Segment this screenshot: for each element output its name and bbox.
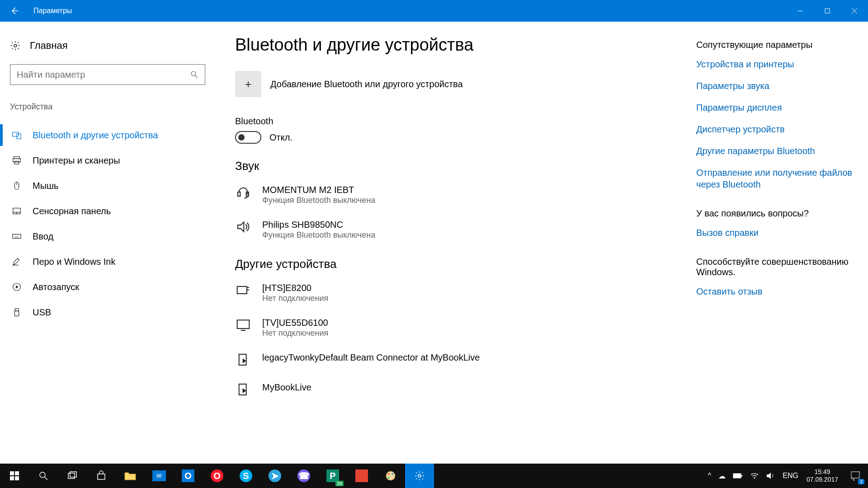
todoist-icon[interactable] xyxy=(347,464,376,488)
svg-point-46 xyxy=(386,471,395,480)
nav-printers[interactable]: Принтеры и сканеры xyxy=(10,148,217,173)
svg-marker-37 xyxy=(243,388,246,393)
bluetooth-icon xyxy=(12,130,23,140)
device-status: Функция Bluetooth выключена xyxy=(262,196,375,205)
svg-point-48 xyxy=(392,473,393,475)
svg-rect-28 xyxy=(238,192,240,196)
minimize-button[interactable] xyxy=(787,0,814,22)
link-feedback[interactable]: Оставить отзыв xyxy=(696,286,854,297)
svg-point-49 xyxy=(388,477,390,479)
svg-rect-40 xyxy=(10,476,14,480)
sidebar: Главная Устройства Bluetooth и другие ус… xyxy=(0,22,217,464)
nav-usb[interactable]: USB xyxy=(10,300,217,325)
link-sound-settings[interactable]: Параметры звука xyxy=(696,80,854,92)
explorer-icon[interactable] xyxy=(116,464,145,488)
device-status: Нет подключения xyxy=(262,294,328,303)
nav-label: USB xyxy=(33,307,51,318)
device-row[interactable]: Philips SHB9850NC Функция Bluetooth выкл… xyxy=(235,214,678,249)
search-icon xyxy=(190,70,198,79)
page-title: Bluetooth и другие устройства xyxy=(235,35,678,55)
language-indicator[interactable]: ENG xyxy=(779,472,802,480)
battery-icon[interactable] xyxy=(729,473,746,479)
device-row[interactable]: [TV]UE55D6100 Нет подключения xyxy=(235,312,678,347)
start-button[interactable] xyxy=(0,464,29,488)
device-name: legacyTwonkyDefault Beam Connector at My… xyxy=(262,352,480,363)
taskbar: ✉ O O S ➤ ☎ P39 ^ ☁ ENG 15:49 07.09.2017… xyxy=(0,464,868,488)
device-status: Функция Bluetooth выключена xyxy=(262,230,375,240)
bluetooth-label: Bluetooth xyxy=(235,116,678,127)
svg-rect-45 xyxy=(70,472,76,477)
clock[interactable]: 15:49 07.09.2017 xyxy=(802,468,843,483)
home-button[interactable]: Главная xyxy=(10,40,217,52)
device-row[interactable]: MyBookLive xyxy=(235,377,678,407)
maximize-button[interactable] xyxy=(814,0,841,22)
feedback-title: Способствуйте совершенствованию Windows. xyxy=(696,257,854,277)
device-name: Philips SHB9850NC xyxy=(262,219,375,230)
search-input[interactable] xyxy=(10,64,205,85)
device-row[interactable]: MOMENTUM M2 IEBT Функция Bluetooth выклю… xyxy=(235,179,678,214)
svg-rect-26 xyxy=(15,309,18,311)
telegram-icon[interactable]: ➤ xyxy=(260,464,289,488)
wifi-icon[interactable] xyxy=(746,472,763,479)
skype-icon[interactable]: S xyxy=(231,464,260,488)
svg-rect-44 xyxy=(68,473,75,479)
device-row[interactable]: legacyTwonkyDefault Beam Connector at My… xyxy=(235,347,678,377)
usb-icon xyxy=(12,307,23,317)
svg-rect-18 xyxy=(13,234,21,238)
window-title: Параметры xyxy=(33,7,72,15)
printer-icon xyxy=(12,155,23,165)
nav-label: Сенсорная панель xyxy=(33,206,111,216)
viber-icon[interactable]: ☎ xyxy=(289,464,318,488)
opera-icon[interactable]: O xyxy=(203,464,231,488)
nav-touchpad[interactable]: Сенсорная панель xyxy=(10,198,217,224)
link-devices-printers[interactable]: Устройства и принтеры xyxy=(696,58,854,70)
close-button[interactable] xyxy=(841,0,868,22)
related-title: Сопутствующие параметры xyxy=(696,40,854,50)
store-icon[interactable] xyxy=(87,464,116,488)
svg-point-50 xyxy=(418,474,421,477)
svg-point-42 xyxy=(40,472,45,478)
link-send-receive-bt[interactable]: Отправление или получение файлов через B… xyxy=(696,167,854,190)
taskview-button[interactable] xyxy=(58,464,87,488)
svg-rect-38 xyxy=(10,471,14,475)
volume-icon[interactable] xyxy=(763,472,779,480)
home-label: Главная xyxy=(30,40,68,52)
link-display-settings[interactable]: Параметры дисплея xyxy=(696,102,854,113)
link-get-help[interactable]: Вызов справки xyxy=(696,227,854,239)
speaker-icon xyxy=(235,219,251,235)
touchpad-icon xyxy=(12,206,23,216)
svg-rect-27 xyxy=(14,311,19,316)
paint-icon[interactable] xyxy=(376,464,405,488)
search-field[interactable] xyxy=(17,70,190,80)
nav-bluetooth[interactable]: Bluetooth и другие устройства xyxy=(10,122,217,148)
link-device-manager[interactable]: Диспетчер устройств xyxy=(696,123,854,135)
nav-mouse[interactable]: Мышь xyxy=(10,173,217,198)
svg-point-53 xyxy=(754,478,755,479)
nav-pen[interactable]: Перо и Windows Ink xyxy=(10,249,217,274)
settings-icon[interactable] xyxy=(405,464,434,488)
nav-autoplay[interactable]: Автозапуск xyxy=(10,274,217,300)
gear-icon xyxy=(10,40,21,51)
svg-rect-41 xyxy=(15,476,19,480)
bluetooth-toggle[interactable] xyxy=(235,131,261,144)
nav-typing[interactable]: Ввод xyxy=(10,224,217,249)
mail-icon[interactable]: ✉ xyxy=(145,464,174,488)
link-more-bluetooth[interactable]: Другие параметры Bluetooth xyxy=(696,145,854,157)
onedrive-icon[interactable]: ☁ xyxy=(715,472,729,480)
outlook-icon[interactable]: O xyxy=(174,464,203,488)
svg-rect-51 xyxy=(733,474,741,478)
tray-chevron-icon[interactable]: ^ xyxy=(704,472,715,480)
nav-label: Ввод xyxy=(33,231,53,242)
search-button[interactable] xyxy=(29,464,58,488)
device-name: MyBookLive xyxy=(262,381,311,393)
autoplay-icon xyxy=(12,282,23,292)
device-row[interactable]: [HTS]E8200 Нет подключения xyxy=(235,277,678,312)
svg-rect-55 xyxy=(851,472,859,478)
add-device-label: Добавление Bluetooth или другого устройс… xyxy=(270,79,463,89)
back-button[interactable] xyxy=(0,0,29,22)
window-controls xyxy=(787,0,868,22)
app-badge-icon[interactable]: P39 xyxy=(318,464,347,488)
notifications-button[interactable]: 3 xyxy=(843,464,868,488)
add-device-button[interactable]: + Добавление Bluetooth или другого устро… xyxy=(235,71,678,97)
device-name: [TV]UE55D6100 xyxy=(262,317,328,328)
